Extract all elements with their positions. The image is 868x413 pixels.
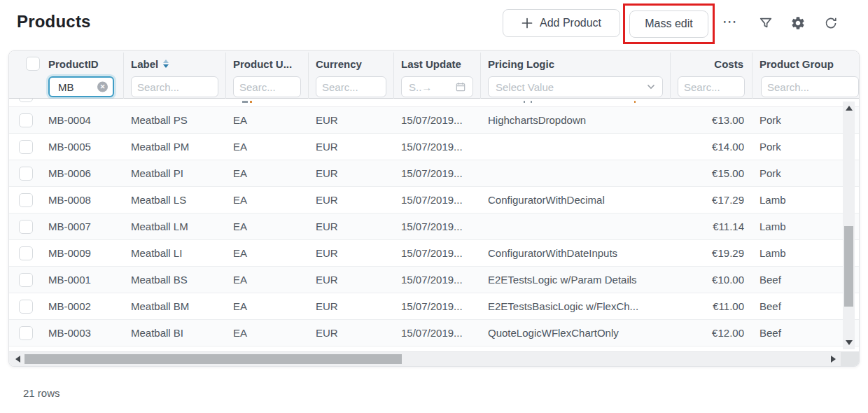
cell-currency: EUR [309, 300, 394, 312]
cell-pricing-logic: HighchartsDropdown [481, 114, 671, 126]
cell-costs: €19.29 [671, 247, 752, 259]
refresh-icon [823, 15, 839, 31]
scroll-left-arrow-icon[interactable] [15, 356, 20, 363]
table-row[interactable]: MB-0001 Meatball BS EA EUR 15/07/2019...… [9, 267, 859, 293]
last-update-filter[interactable]: S..→ [401, 76, 473, 97]
table-row[interactable]: MB-0008 Meatball LS EA EUR 15/07/2019...… [9, 187, 859, 214]
cell-product-id: MB-0006 [41, 167, 124, 179]
row-checkbox[interactable] [19, 167, 33, 181]
pricing-logic-filter-select[interactable]: Select Value [488, 76, 663, 97]
cell-product-id: MB-0001 [41, 274, 124, 286]
cell-product-id: MB-0002 [41, 300, 124, 312]
cell-label: Meatball BI [124, 327, 226, 339]
clear-filter-icon[interactable]: ✕ [97, 82, 108, 92]
cell-last-update: 15/07/2019... [394, 220, 481, 232]
refresh-button[interactable] [820, 12, 842, 34]
cell-currency: EUR [309, 114, 394, 126]
cell-product-unit: EA [226, 247, 309, 259]
column-header-product-id[interactable]: ProductID [41, 52, 124, 75]
table-row[interactable]: MB-0007 Meatball LM EA EUR 15/07/2019...… [9, 214, 859, 240]
table-row[interactable]: MB-0002 Meatball BM EA EUR 15/07/2019...… [9, 293, 859, 320]
cell-currency: EUR [309, 194, 394, 206]
vertical-scrollbar-thumb[interactable] [844, 226, 853, 307]
row-checkbox[interactable] [19, 246, 33, 260]
currency-filter-input[interactable] [316, 76, 386, 97]
cell-last-update: 15/07/2019... [394, 141, 481, 153]
table-row[interactable]: MB-0004 Meatball PS EA EUR 15/07/2019...… [9, 107, 859, 134]
table-header: ProductID Label Product U... Currency La… [9, 51, 859, 99]
cell-pricing-logic: ConfiguratorWithDateInputs [481, 247, 671, 259]
settings-button[interactable] [787, 12, 809, 34]
row-count-label: 21 rows [23, 387, 60, 399]
header-select-cell [9, 52, 41, 75]
cell-costs: €12.00 [671, 327, 752, 339]
cell-product-unit: EA [226, 327, 309, 339]
column-header-costs[interactable]: Costs [671, 52, 752, 75]
column-header-label[interactable]: Label [124, 52, 226, 75]
mass-edit-highlight-box: Mass edit [623, 4, 715, 44]
table-row[interactable]: MB-0009 Meatball LI EA EUR 15/07/2019...… [9, 240, 859, 267]
column-header-product-unit[interactable]: Product U... [226, 52, 309, 75]
horizontal-scrollbar[interactable] [9, 351, 859, 366]
scroll-up-arrow-icon[interactable] [846, 106, 853, 111]
cell-product-unit: EA [226, 194, 309, 206]
cell-label: Meatball BS [124, 274, 226, 286]
cell-label: Meatball LI [124, 247, 226, 259]
column-header-pricing-logic[interactable]: Pricing Logic [481, 52, 671, 75]
vertical-scrollbar[interactable] [843, 102, 855, 349]
cell-label: Meatball LM [124, 220, 226, 232]
cell-product-unit: EA [226, 220, 309, 232]
row-checkbox[interactable] [19, 140, 33, 154]
cell-last-update: 15/07/2019... [394, 167, 481, 179]
scroll-down-arrow-icon[interactable] [846, 340, 853, 345]
products-table: ProductID Label Product U... Currency La… [8, 50, 860, 367]
cell-costs: €15.00 [671, 167, 752, 179]
select-all-checkbox[interactable] [26, 57, 40, 71]
row-checkbox[interactable] [19, 113, 33, 127]
calendar-icon [456, 82, 465, 92]
cell-last-update: 15/07/2019... [394, 247, 481, 259]
cell-last-update: 15/07/2019... [394, 194, 481, 206]
cell-product-id: MB-0007 [41, 220, 124, 232]
horizontal-scrollbar-thumb[interactable] [24, 354, 402, 364]
add-product-button[interactable]: Add Product [503, 9, 620, 37]
cell-label: Meatball BM [124, 300, 226, 312]
table-body: MB-0004 Meatball PS EA EUR 15/07/2019...… [9, 99, 859, 352]
cell-product-unit: EA [226, 167, 309, 179]
more-actions-button[interactable]: ⋯ [719, 12, 741, 34]
product-unit-filter-input[interactable] [233, 76, 301, 97]
cell-costs: €13.00 [671, 114, 752, 126]
products-page: Products Add Product Mass edit ⋯ [0, 0, 868, 413]
chevron-down-icon [647, 84, 655, 90]
cell-currency: EUR [309, 247, 394, 259]
cell-product-unit: EA [226, 300, 309, 312]
table-row[interactable]: MB-0006 Meatball PI EA EUR 15/07/2019...… [9, 160, 859, 187]
row-checkbox[interactable] [19, 220, 33, 234]
cell-product-id: MB-0003 [41, 327, 124, 339]
row-checkbox[interactable] [19, 300, 33, 314]
filter-button[interactable] [755, 12, 777, 34]
cell-pricing-logic: E2ETestsLogic w/Param Details [481, 274, 671, 286]
cell-costs: €10.00 [671, 274, 752, 286]
product-group-filter-input[interactable] [761, 76, 859, 97]
scroll-right-arrow-icon[interactable] [831, 356, 836, 363]
mass-edit-button[interactable]: Mass edit [629, 10, 708, 38]
cell-product-unit: EA [226, 114, 309, 126]
cell-label: Meatball PM [124, 141, 226, 153]
plus-icon [522, 18, 533, 29]
costs-filter-input[interactable] [678, 76, 745, 97]
sort-icon[interactable] [163, 59, 169, 68]
table-row[interactable]: MB-0005 Meatball PM EA EUR 15/07/2019...… [9, 134, 859, 160]
row-checkbox[interactable] [19, 273, 33, 287]
row-checkbox[interactable] [19, 326, 33, 340]
cell-product-id: MB-0009 [41, 247, 124, 259]
gear-icon [790, 15, 806, 31]
table-row[interactable]: MB-0003 Meatball BI EA EUR 15/07/2019...… [9, 320, 859, 346]
label-filter-input[interactable] [131, 76, 218, 97]
cell-costs: €11.14 [671, 220, 752, 232]
column-header-currency[interactable]: Currency [309, 52, 394, 75]
column-header-last-update[interactable]: Last Update [394, 52, 481, 75]
row-checkbox[interactable] [19, 193, 33, 207]
cell-currency: EUR [309, 327, 394, 339]
column-header-product-group[interactable]: Product Group [752, 52, 859, 75]
